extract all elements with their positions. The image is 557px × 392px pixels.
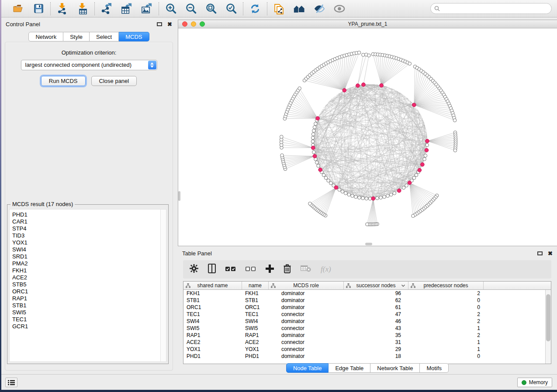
mcds-node[interactable] — [362, 83, 366, 87]
cell-mcds_role[interactable]: dominator — [269, 318, 344, 324]
result-node-item[interactable]: TEC1 — [10, 316, 166, 323]
task-history-button[interactable] — [5, 378, 17, 387]
result-node-item[interactable]: ORC1 — [10, 288, 166, 295]
column-header-MCDS-role[interactable]: MCDS role — [269, 282, 344, 289]
cell-predecessor_nodes[interactable]: 1 — [408, 346, 484, 352]
cell-shared_name[interactable]: STB1 — [183, 297, 242, 303]
zoom-fit-icon[interactable] — [205, 3, 217, 14]
hide-selected-icon[interactable] — [314, 3, 325, 14]
network-node[interactable] — [423, 158, 426, 161]
mcds-node[interactable] — [356, 84, 360, 88]
cell-successor_nodes[interactable]: 31 — [344, 339, 408, 345]
cell-successor_nodes[interactable]: 62 — [344, 297, 408, 303]
result-node-item[interactable]: ACE2 — [10, 274, 166, 281]
table-scrollbar[interactable] — [545, 290, 551, 364]
run-mcds-button[interactable]: Run MCDS — [41, 76, 86, 86]
mcds-node[interactable] — [408, 181, 412, 185]
mcds-node[interactable] — [343, 89, 346, 93]
duplicate-network-icon[interactable] — [273, 3, 285, 14]
network-node[interactable] — [415, 173, 418, 177]
network-node[interactable] — [354, 195, 358, 199]
result-node-item[interactable]: GCR1 — [10, 323, 166, 330]
import-network-icon[interactable] — [57, 3, 68, 14]
cell-name[interactable]: PHD1 — [242, 353, 269, 359]
cell-successor_nodes[interactable]: 47 — [344, 311, 408, 317]
cell-mcds_role[interactable]: dominator — [269, 353, 344, 359]
table-scrollbar-thumb[interactable] — [546, 294, 550, 341]
show-hidden-icon[interactable] — [334, 3, 345, 14]
result-node-item[interactable]: PHD1 — [10, 211, 166, 218]
network-canvas[interactable] — [178, 29, 557, 246]
network-node[interactable] — [324, 176, 328, 180]
network-node[interactable] — [313, 126, 316, 129]
cell-shared_name[interactable]: TEC1 — [183, 311, 242, 317]
network-node[interactable] — [389, 193, 393, 196]
network-node[interactable] — [280, 154, 284, 157]
cell-name[interactable]: ORC1 — [242, 304, 269, 310]
window-minimize-icon[interactable] — [191, 21, 196, 27]
network-node[interactable] — [357, 51, 361, 55]
network-node[interactable] — [376, 196, 379, 200]
zoom-out-icon[interactable] — [185, 3, 197, 14]
column-header-shared-name[interactable]: shared name — [183, 282, 242, 289]
result-node-item[interactable]: STB5 — [10, 281, 166, 288]
cell-name[interactable]: FKH1 — [242, 290, 269, 296]
network-node[interactable] — [367, 54, 371, 57]
result-node-item[interactable]: STP4 — [10, 225, 166, 232]
mcds-node[interactable] — [318, 168, 322, 172]
tab-mcds[interactable]: MCDS — [119, 32, 149, 41]
export-table-icon[interactable] — [121, 3, 132, 14]
network-node[interactable] — [312, 129, 316, 133]
network-node[interactable] — [344, 192, 347, 195]
network-node[interactable] — [365, 197, 368, 200]
vertical-divider-handle[interactable] — [178, 191, 180, 201]
cell-predecessor_nodes[interactable]: 0 — [408, 353, 484, 359]
network-node[interactable] — [393, 192, 396, 195]
cell-shared_name[interactable]: FKH1 — [183, 290, 242, 296]
float-panel-icon[interactable] — [157, 22, 162, 26]
cell-shared_name[interactable]: RAP1 — [183, 332, 242, 338]
cell-successor_nodes[interactable]: 46 — [344, 318, 408, 324]
function-builder-icon[interactable]: f(x) — [321, 265, 331, 274]
network-node[interactable] — [405, 184, 408, 187]
mcds-node[interactable] — [371, 196, 375, 200]
cell-name[interactable]: SWI5 — [242, 325, 269, 331]
mcds-node[interactable] — [425, 148, 429, 152]
network-node[interactable] — [311, 140, 315, 143]
cell-predecessor_nodes[interactable]: 2 — [408, 318, 484, 324]
close-panel-icon[interactable]: ✖ — [167, 21, 172, 27]
cell-shared_name[interactable]: SWI4 — [183, 318, 242, 324]
cell-mcds_role[interactable]: dominator — [269, 304, 344, 310]
cell-successor_nodes[interactable]: 61 — [344, 304, 408, 310]
cell-successor_nodes[interactable]: 43 — [344, 325, 408, 331]
table-row[interactable]: SWI4SWI4dominator462 — [183, 318, 551, 325]
window-close-icon[interactable] — [182, 21, 187, 27]
cell-predecessor_nodes[interactable]: 2 — [408, 290, 484, 296]
cell-mcds_role[interactable]: connector — [269, 339, 344, 345]
cell-mcds_role[interactable]: dominator — [269, 290, 344, 296]
network-node[interactable] — [351, 194, 354, 198]
result-node-item[interactable]: SRD1 — [10, 253, 166, 260]
cell-shared_name[interactable]: PHD1 — [183, 353, 242, 359]
network-node[interactable] — [379, 196, 383, 199]
network-overview-icon[interactable] — [294, 3, 305, 14]
network-node[interactable] — [327, 179, 330, 182]
export-image-icon[interactable] — [141, 3, 152, 14]
result-node-item[interactable]: CAR1 — [10, 218, 166, 225]
zoom-selected-icon[interactable] — [225, 3, 237, 14]
network-node[interactable] — [383, 195, 386, 199]
network-node[interactable] — [358, 196, 361, 199]
cell-predecessor_nodes[interactable]: 0 — [408, 297, 484, 303]
tab-node-table[interactable]: Node Table — [286, 363, 329, 373]
cell-shared_name[interactable]: ACE2 — [183, 339, 242, 345]
column-header-name[interactable]: name — [242, 282, 269, 289]
network-node[interactable] — [412, 214, 415, 218]
cell-successor_nodes[interactable]: 96 — [344, 290, 408, 296]
cell-predecessor_nodes[interactable]: 1 — [408, 325, 484, 331]
network-node[interactable] — [298, 87, 301, 90]
cell-predecessor_nodes[interactable]: 2 — [408, 332, 484, 338]
column-settings-icon[interactable] — [190, 264, 198, 275]
cell-predecessor_nodes[interactable]: 0 — [408, 304, 484, 310]
cell-shared_name[interactable]: YOX1 — [183, 346, 242, 352]
window-maximize-icon[interactable] — [200, 21, 205, 27]
